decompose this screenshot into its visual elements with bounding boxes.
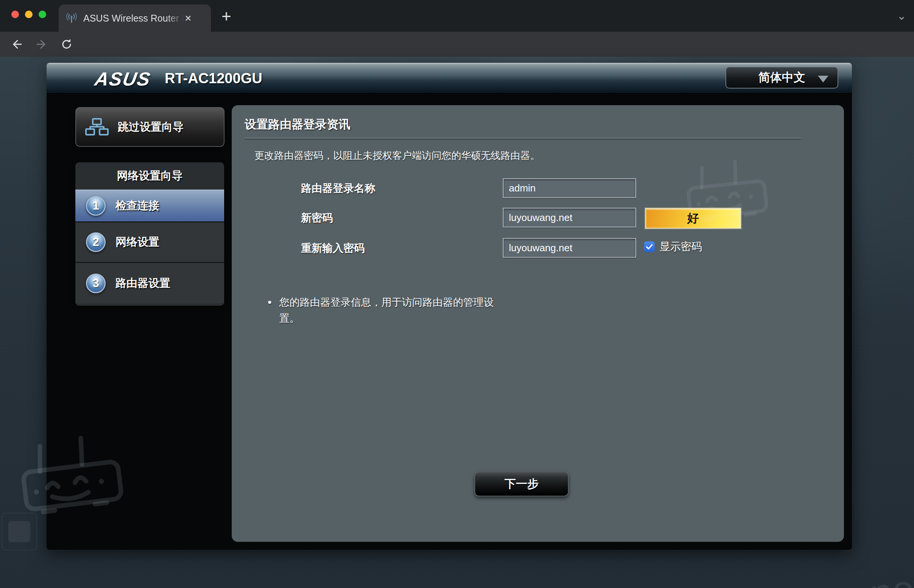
browser-toolbar: 不安全 192.168.50.1 /QIS_wizard.htm?flag=we… xyxy=(0,32,914,57)
router-model: RT-AC1200GU xyxy=(165,70,262,87)
step-label: 网络设置 xyxy=(115,234,159,250)
step-label: 检查连接 xyxy=(115,198,159,213)
login-name-input[interactable] xyxy=(503,178,636,198)
wizard-step-router-settings[interactable]: 3 路由器设置 xyxy=(75,262,224,304)
wizard-step-internet-settings[interactable]: 2 网络设置 xyxy=(75,221,224,262)
skip-wizard-button[interactable]: 跳过设置向导 xyxy=(75,107,225,147)
browser-tab-strip: ASUS Wireless Router RT-AC12 × + ⌄ xyxy=(0,0,914,32)
login-info-note: • 您的路由器登录信息，用于访问路由器的管理设置。 xyxy=(268,294,503,326)
next-step-label: 下一步 xyxy=(505,477,539,492)
wizard-step-check-connection[interactable]: 1 检查连接 xyxy=(75,189,224,221)
network-icon xyxy=(85,117,109,137)
router-ui-frame: ASUS RT-AC1200GU 简体中文 跳过设置向导 xyxy=(47,63,852,550)
new-password-input[interactable] xyxy=(503,208,636,228)
tab-title: ASUS Wireless Router RT-AC12 xyxy=(83,13,184,24)
note-text: 您的路由器登录信息，用于访问路由器的管理设置。 xyxy=(280,294,503,326)
watermark-site-url: www.luyouwang.net xyxy=(577,565,914,588)
skip-wizard-label: 跳过设置向导 xyxy=(118,120,184,135)
router-header: ASUS RT-AC1200GU 简体中文 xyxy=(47,63,852,94)
asus-logo: ASUS xyxy=(93,68,152,90)
new-tab-button[interactable]: + xyxy=(222,7,231,26)
title-divider xyxy=(244,139,801,140)
page-background: ASUS RT-AC1200GU 简体中文 跳过设置向导 xyxy=(0,57,914,588)
retype-password-label: 重新输入密码 xyxy=(301,238,365,258)
setup-wizard-panel: 网络设置向导 1 检查连接 2 网络设置 3 路由器设置 xyxy=(75,162,224,306)
page-description: 更改路由器密码，以阻止未授权客户端访问您的华硕无线路由器。 xyxy=(254,149,540,162)
back-icon[interactable] xyxy=(10,37,23,51)
reload-icon[interactable] xyxy=(60,37,73,51)
show-password-checkbox[interactable] xyxy=(644,241,655,252)
check-icon xyxy=(645,242,654,251)
language-label: 简体中文 xyxy=(759,69,805,86)
step-number-badge: 3 xyxy=(86,273,106,293)
show-password-label: 显示密码 xyxy=(660,237,702,257)
step-number-badge: 1 xyxy=(86,196,106,216)
next-step-button[interactable]: 下一步 xyxy=(474,472,569,496)
retype-password-input[interactable] xyxy=(503,238,636,258)
wizard-title: 网络设置向导 xyxy=(75,162,224,189)
maximize-window-button[interactable] xyxy=(39,11,46,18)
step-label: 路由器设置 xyxy=(115,276,170,291)
chevron-down-icon xyxy=(818,76,828,82)
password-strength-meter: 好 xyxy=(645,208,741,229)
step-number-badge: 2 xyxy=(86,232,106,252)
login-name-label: 路由器登录名称 xyxy=(301,179,375,198)
new-password-label: 新密码 xyxy=(301,208,333,228)
watermark-url-text: www.luyouwang.net xyxy=(577,565,914,588)
minimize-window-button[interactable] xyxy=(25,11,32,18)
browser-tab[interactable]: ASUS Wireless Router RT-AC12 × xyxy=(59,5,211,32)
tab-search-chevron-icon[interactable]: ⌄ xyxy=(897,9,906,22)
tab-close-icon[interactable]: × xyxy=(185,13,192,24)
login-info-panel: 设置路由器登录资讯 更改路由器密码，以阻止未授权客户端访问您的华硕无线路由器。 … xyxy=(232,105,844,542)
close-window-button[interactable] xyxy=(11,11,19,18)
antenna-favicon-icon xyxy=(65,12,78,24)
language-selector[interactable]: 简体中文 xyxy=(725,66,838,89)
forward-icon[interactable] xyxy=(35,37,49,51)
password-strength-label: 好 xyxy=(687,210,699,226)
page-title: 设置路由器登录资讯 xyxy=(244,116,350,132)
watermark-square xyxy=(2,513,37,551)
bullet: • xyxy=(268,294,272,326)
window-controls xyxy=(11,11,46,18)
macos-browser-window: ASUS Wireless Router RT-AC12 × + ⌄ xyxy=(0,0,914,588)
